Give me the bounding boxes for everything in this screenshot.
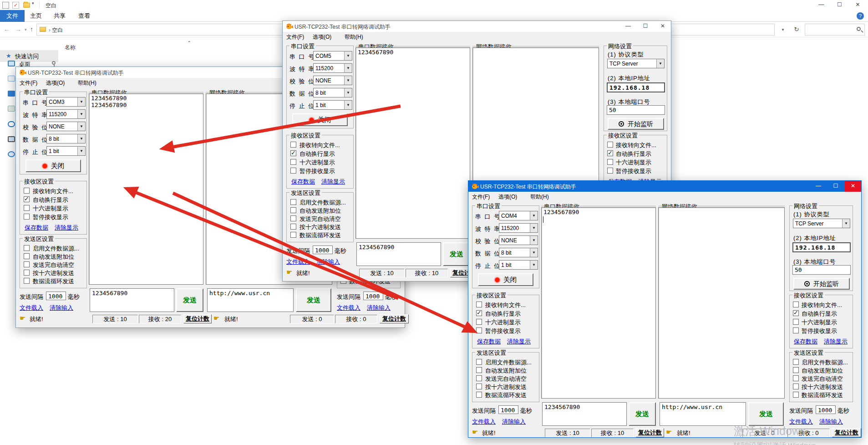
app-close-button[interactable]: ✕ — [845, 181, 861, 192]
forward-icon[interactable]: → — [15, 26, 21, 33]
new-folder-icon[interactable] — [23, 3, 30, 8]
chevron-down-icon[interactable]: ▼ — [77, 147, 85, 155]
parity-select[interactable]: NONE▼ — [499, 235, 538, 245]
load-file-link[interactable]: 文件载入 — [789, 418, 813, 426]
serial-close-button[interactable]: 关闭 — [478, 273, 533, 286]
column-header-name[interactable]: 名称 — [65, 44, 76, 51]
baudrate-select[interactable]: 115200▼ — [46, 109, 86, 119]
documents-icon[interactable] — [8, 76, 15, 82]
auto-wrap-checkbox[interactable] — [793, 310, 799, 316]
baudrate-select[interactable]: 115200▼ — [313, 63, 352, 73]
breadcrumb[interactable]: › 空白 — [49, 26, 63, 34]
hex-display-checkbox[interactable] — [476, 319, 482, 325]
net-reset-count-button[interactable]: 复位计数 — [380, 314, 409, 323]
quick-access-toolbar-icon[interactable] — [2, 2, 9, 9]
local-port-input[interactable]: 50 — [607, 105, 665, 115]
auto-send-addon-checkbox[interactable] — [476, 367, 482, 373]
clear-input-link[interactable]: 清除输入 — [316, 258, 340, 266]
parity-select[interactable]: NONE▼ — [313, 76, 352, 85]
com-port-select[interactable]: COM4▼ — [499, 211, 538, 220]
net-recv-textarea[interactable] — [658, 207, 785, 399]
pause-recv-checkbox[interactable] — [24, 214, 30, 220]
app-close-button[interactable]: ✕ — [655, 21, 671, 32]
app-maximize-button[interactable]: ☐ — [827, 181, 844, 192]
loop-send-checkbox[interactable] — [793, 392, 799, 398]
app-titlebar[interactable]: USR-TCP232-Test 串口转网络调试助手 — ☐ ✕ — [468, 181, 861, 192]
file-data-source-checkbox[interactable] — [793, 359, 799, 365]
clear-display-link[interactable]: 清除显示 — [824, 338, 848, 346]
hex-display-checkbox[interactable] — [607, 159, 613, 165]
load-file-link[interactable]: 文件载入 — [337, 304, 360, 312]
right-send-interval-input[interactable]: 1000 — [363, 292, 383, 300]
loop-send-checkbox[interactable] — [290, 232, 296, 238]
serial-recv-textarea[interactable]: 1234567890 — [541, 207, 656, 399]
pause-recv-checkbox[interactable] — [793, 327, 799, 333]
auto-wrap-checkbox[interactable] — [476, 310, 482, 316]
hex-display-checkbox[interactable] — [793, 319, 799, 325]
auto-send-addon-checkbox[interactable] — [24, 253, 30, 259]
stopbits-select[interactable]: 1 bit▼ — [46, 146, 86, 156]
serial-recv-textarea[interactable]: 1234567890 1234567890 — [89, 93, 203, 285]
auto-clear-checkbox[interactable] — [476, 375, 482, 381]
chevron-down-icon[interactable]: ▼ — [77, 134, 85, 143]
databits-select[interactable]: 8 bit▼ — [46, 134, 86, 143]
refresh-icon[interactable]: ↻ — [790, 24, 803, 36]
serial-close-button[interactable]: 关闭 — [292, 113, 348, 126]
auto-send-addon-checkbox[interactable] — [290, 207, 296, 213]
hex-display-checkbox[interactable] — [290, 159, 296, 165]
chevron-down-icon[interactable]: ▼ — [77, 97, 85, 106]
usr-tcp232-window-com4[interactable]: USR-TCP232-Test 串口转网络调试助手 — ☐ ✕ 文件(F) 选项… — [468, 180, 862, 438]
qat-chevron-down-icon[interactable]: ▾ — [32, 1, 34, 5]
explorer-close-button[interactable]: ✕ — [849, 0, 866, 10]
explorer-minimize-button[interactable]: — — [813, 0, 830, 10]
save-data-link[interactable]: 保存数据 — [291, 178, 315, 186]
tab-file[interactable]: 文件 — [0, 10, 25, 22]
load-file-link[interactable]: 文件载入 — [472, 418, 496, 426]
auto-clear-checkbox[interactable] — [24, 261, 30, 267]
send-as-hex-checkbox[interactable] — [24, 270, 30, 276]
chevron-down-icon[interactable]: ▼ — [530, 261, 538, 269]
tab-share[interactable]: 共享 — [47, 10, 72, 22]
auto-clear-checkbox[interactable] — [793, 375, 799, 381]
hex-display-checkbox[interactable] — [24, 205, 30, 211]
back-icon[interactable]: ← — [4, 26, 10, 33]
databits-select[interactable]: 8 bit▼ — [313, 88, 352, 97]
net-send-button[interactable]: 发送 — [296, 288, 331, 312]
send-interval-input[interactable]: 1000 — [313, 246, 333, 254]
serial-send-button[interactable]: 发送 — [176, 288, 203, 312]
send-as-hex-checkbox[interactable] — [476, 384, 482, 389]
chevron-down-icon[interactable]: ▼ — [530, 248, 538, 257]
this-pc-icon[interactable] — [8, 136, 15, 142]
save-data-link[interactable]: 保存数据 — [25, 224, 48, 232]
serial-reset-count-button[interactable]: 复位计数 — [183, 314, 212, 323]
file-data-source-checkbox[interactable] — [290, 199, 296, 205]
menu-file[interactable]: 文件(F) — [472, 193, 490, 201]
net-send-input[interactable]: http://www.usr.cn — [207, 288, 294, 312]
local-port-input[interactable]: 50 — [792, 265, 851, 275]
load-file-link[interactable]: 文件载入 — [20, 304, 43, 312]
explorer-maximize-button[interactable]: ☐ — [831, 0, 848, 10]
up-icon[interactable]: ↑ — [30, 26, 33, 33]
pause-recv-checkbox[interactable] — [290, 168, 296, 174]
clear-display-link[interactable]: 清除显示 — [55, 224, 78, 232]
serial-reset-count-button[interactable]: 复位计数 — [636, 428, 664, 437]
baudrate-select[interactable]: 115200▼ — [499, 223, 538, 233]
send-as-hex-checkbox[interactable] — [290, 224, 296, 230]
local-ip-input[interactable]: 192.168.18 .193 — [792, 242, 851, 252]
menu-help[interactable]: 帮助(H) — [78, 79, 96, 87]
loop-send-checkbox[interactable] — [476, 392, 482, 398]
serial-send-input[interactable]: 1234567890 — [90, 288, 174, 312]
net-send-button[interactable]: 发送 — [748, 402, 784, 426]
save-data-link[interactable]: 保存数据 — [794, 338, 817, 346]
clear-input-link[interactable]: 清除输入 — [502, 418, 526, 426]
send-interval-input[interactable]: 1000 — [498, 405, 518, 414]
onedrive-cloud-icon[interactable] — [8, 121, 15, 127]
auto-wrap-checkbox[interactable] — [24, 196, 30, 202]
chevron-down-icon[interactable]: ▼ — [530, 211, 538, 220]
serial-send-button[interactable]: 发送 — [443, 242, 470, 266]
protocol-select[interactable]: TCP Server▼ — [793, 219, 850, 228]
send-interval-input[interactable]: 1000 — [46, 292, 66, 300]
clear-input-link[interactable]: 清除输入 — [367, 304, 391, 312]
recent-locations-chevron-icon[interactable]: ▾ — [25, 27, 27, 32]
tab-home[interactable]: 主页 — [24, 10, 48, 22]
